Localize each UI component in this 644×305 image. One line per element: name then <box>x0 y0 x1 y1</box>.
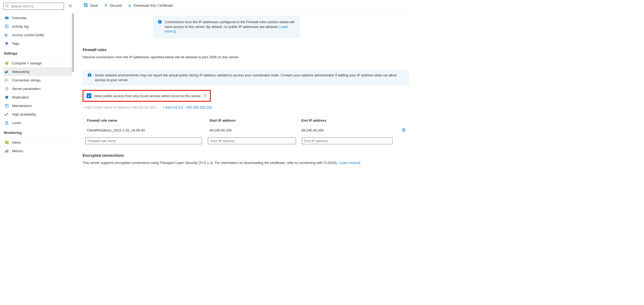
svg-rect-43 <box>160 22 160 23</box>
sidebar-item-label: Server parameters <box>12 87 41 91</box>
main-content: Save Discard Download SSL Certificate Co… <box>75 0 412 192</box>
sidebar-item-label: Metrics <box>12 149 23 153</box>
info-icon <box>158 20 162 34</box>
metrics-icon <box>5 149 9 153</box>
svg-rect-30 <box>6 141 7 143</box>
search-box[interactable] <box>3 3 64 10</box>
save-label: Save <box>90 3 98 7</box>
svg-point-13 <box>5 71 8 73</box>
svg-point-49 <box>205 94 205 95</box>
col-header-end: End IP address <box>301 118 398 122</box>
allow-azure-checkbox-row: Allow public access from any Azure servi… <box>83 90 211 102</box>
info-banner-text: Connections from the IP addresses config… <box>165 20 294 29</box>
svg-text:My: My <box>6 17 8 19</box>
overview-icon: My <box>5 16 9 20</box>
sidebar-scrollbar[interactable] <box>72 13 75 192</box>
sidebar-item-label: Networking <box>12 70 29 74</box>
collapse-sidebar-button[interactable] <box>69 4 72 8</box>
sidebar-item-label: Maintenance <box>12 104 32 108</box>
sidebar-item-locks[interactable]: Locks <box>3 118 75 127</box>
activity-log-icon <box>5 24 9 28</box>
sidebar-item-metrics[interactable]: Metrics <box>3 147 75 155</box>
download-label: Download SSL Certificate <box>134 3 173 7</box>
sidebar-item-label: Access control (IAM) <box>12 33 44 37</box>
svg-rect-51 <box>403 129 405 132</box>
cell-rule-name: ClientIPAddress_2021-2-28_15-56-40 <box>87 128 209 132</box>
toolbar: Save Discard Download SSL Certificate <box>83 0 409 11</box>
scrollbar-thumb[interactable] <box>72 13 74 72</box>
sidebar-item-overview[interactable]: My Overview <box>3 14 75 22</box>
sidebar-item-high-availability[interactable]: High availability <box>3 110 75 118</box>
sidebar-item-server-parameters[interactable]: Server parameters <box>3 84 75 93</box>
save-button[interactable]: Save <box>83 2 99 9</box>
sidebar-item-label: Tags <box>12 42 19 46</box>
download-ssl-button[interactable]: Download SSL Certificate <box>127 2 174 9</box>
locks-icon <box>5 121 9 125</box>
sidebar-item-compute-storage[interactable]: Compute + storage <box>3 59 75 67</box>
access-control-icon <box>5 33 9 37</box>
svg-line-1 <box>8 7 9 8</box>
discard-label: Discard <box>110 3 122 7</box>
svg-line-56 <box>359 162 360 163</box>
encrypted-title: Encrypted connections <box>83 153 409 158</box>
encrypted-text: This server supports encrypted connectio… <box>83 161 409 165</box>
sidebar-item-alerts[interactable]: Alerts <box>3 138 75 147</box>
connection-strings-icon <box>5 78 9 82</box>
sidebar-section-settings: Settings <box>3 48 75 57</box>
sidebar-item-label: High availability <box>12 112 36 116</box>
sidebar: My Overview Activity log Access control … <box>0 0 75 192</box>
sidebar-item-label: Connection strings <box>12 78 41 82</box>
download-icon <box>128 3 132 8</box>
discard-button[interactable]: Discard <box>103 2 123 9</box>
external-link-icon <box>173 30 176 34</box>
svg-point-46 <box>89 74 90 74</box>
info-banner-network: Some network environments may not report… <box>83 70 409 86</box>
table-header: Firewall rule name Start IP address End … <box>83 116 409 125</box>
sidebar-item-networking[interactable]: Networking <box>3 67 75 76</box>
delete-rule-button[interactable] <box>398 128 409 132</box>
sidebar-item-maintenance[interactable]: Maintenance <box>3 101 75 110</box>
svg-line-26 <box>6 114 7 114</box>
save-icon <box>84 3 88 8</box>
svg-rect-32 <box>5 151 6 152</box>
sidebar-item-label: Replication <box>12 95 29 99</box>
sidebar-item-label: Compute + storage <box>12 61 42 65</box>
sidebar-item-tags[interactable]: Tags <box>3 39 75 48</box>
svg-rect-47 <box>89 75 90 76</box>
external-link-icon <box>358 161 361 165</box>
high-availability-icon <box>5 112 9 116</box>
encrypted-learn-more-link[interactable]: Learn more <box>339 161 361 165</box>
compute-storage-icon <box>5 61 9 65</box>
discard-icon <box>104 3 108 8</box>
new-rule-end-input[interactable] <box>302 137 392 144</box>
sidebar-item-access-control[interactable]: Access control (IAM) <box>3 31 75 39</box>
maintenance-icon <box>5 104 9 108</box>
svg-point-10 <box>6 42 6 43</box>
table-input-row <box>83 135 409 146</box>
search-input[interactable] <box>10 4 62 9</box>
info-icon <box>87 73 92 83</box>
svg-rect-33 <box>6 150 7 152</box>
sidebar-item-connection-strings[interactable]: Connection strings <box>3 76 75 84</box>
svg-rect-20 <box>5 104 8 107</box>
add-all-ip-link[interactable]: + Add 0.0.0.0 - 255.255.255.255 <box>163 105 212 109</box>
table-row: ClientIPAddress_2021-2-28_15-56-40 49.24… <box>83 125 409 135</box>
sidebar-item-activity-log[interactable]: Activity log <box>3 22 75 31</box>
sidebar-section-monitoring: Monitoring <box>3 127 75 136</box>
allow-azure-checkbox[interactable] <box>87 93 91 98</box>
svg-rect-31 <box>7 142 8 143</box>
networking-icon <box>5 69 9 74</box>
svg-rect-36 <box>85 5 87 7</box>
sidebar-item-label: Activity log <box>12 24 29 28</box>
svg-point-12 <box>6 63 7 64</box>
firewall-rules-table: Firewall rule name Start IP address End … <box>83 116 409 146</box>
svg-point-15 <box>5 79 6 81</box>
sidebar-item-replication[interactable]: Replication <box>3 93 75 101</box>
new-rule-start-input[interactable] <box>208 137 296 144</box>
cell-end-ip: 49.245.40.200 <box>301 128 398 132</box>
svg-point-42 <box>160 20 160 21</box>
add-client-ip-link[interactable]: + Add current client IP address ( 49.245… <box>83 105 157 109</box>
new-rule-name-input[interactable] <box>85 137 202 144</box>
firewall-rules-title: Firewall rules <box>83 48 409 52</box>
info-tooltip-icon[interactable] <box>203 94 207 98</box>
